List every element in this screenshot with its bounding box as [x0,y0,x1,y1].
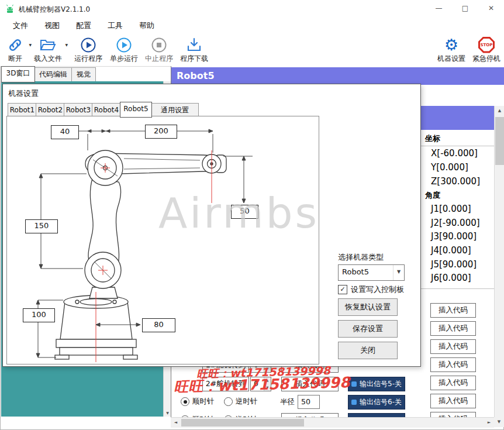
step-run-label: 单步运行 [107,54,141,64]
radius-value: 50 [301,397,310,406]
tab-code-edit[interactable]: 代码编辑 [34,67,73,82]
dim-base-offset: 80 [142,318,175,332]
angle-j2: J2[-90.000] [431,218,480,228]
run-program-button[interactable]: 运行程序 [71,36,105,65]
machine-settings-button[interactable]: ⚙ 机器设置 [435,36,468,65]
coord-x: X[-60.000] [431,148,478,159]
insert-code-button[interactable]: 插入代码 [430,339,476,354]
insert-code-button[interactable]: 插入代码 [430,321,476,336]
gear-icon: ⚙ [444,36,458,53]
hscrollbar-thumb[interactable] [181,419,304,426]
download-program-button[interactable]: 程序下载 [177,36,211,65]
abort-program-button[interactable]: 中止程序 [142,36,176,65]
output-signal5-label: 输出信号5-关 [360,379,402,389]
stop-sign-text: STOP [478,37,495,53]
maximize-button[interactable]: □ [452,0,478,18]
separator [420,288,495,289]
disconnect-button[interactable]: ▼ 断开 [1,36,29,65]
dim-arm-length: 200 [145,125,177,139]
output-signal-partial-button[interactable] [348,413,405,417]
signal-led-icon [351,381,357,387]
output-signal6-label: 输出信号6-关 [360,397,402,407]
folder-open-icon: ▼ [30,36,65,54]
dialog-title: 机器设置 [8,88,39,99]
menu-item-tools[interactable]: 工具 [99,18,131,33]
menu-item-view[interactable]: 视图 [36,18,68,33]
machine-type-value: Robot5 [342,267,369,276]
tab-3d-window[interactable]: 3D窗口 [1,66,35,82]
insert-code-button[interactable]: 插入代码 [430,376,476,390]
signal-led-icon [351,400,357,405]
machine-settings-label: 机器设置 [435,54,468,64]
scroll-left-icon[interactable]: ◄ [171,418,181,428]
write-to-board-checkbox[interactable]: ✓ 设置写入控制板 [338,284,404,295]
minimize-button[interactable]: — [426,0,452,18]
clockwise-label: 顺时针 [192,397,215,407]
robot-dimension-drawing: 40 200 150 50 100 80 [6,116,319,364]
menubar: 文件 视图 配置 工具 帮助 [0,18,504,33]
restore-defaults-button[interactable]: 恢复默认设置 [338,298,398,316]
bottom-hscrollbar[interactable]: ◄ ► [171,417,494,428]
download-program-label: 程序下载 [177,54,211,64]
output-signal5-button[interactable]: 输出信号5-关 [348,377,405,391]
vscrollbar-thumb[interactable] [495,117,504,165]
abort-icon [142,36,176,54]
scroll-right-icon[interactable]: ► [484,418,494,428]
save-settings-button[interactable]: 保存设置 [338,320,398,338]
disconnect-label: 断开 [1,54,29,64]
insert-code-button[interactable]: 插入代码 [430,357,476,372]
app-logo-icon [5,4,15,14]
radius-label: 半径 [280,397,295,407]
scroll-down-icon[interactable]: ▼ [494,417,504,427]
angle-j3: J3[90.000] [431,231,477,242]
emergency-stop-button[interactable]: STOP 紧急停机 [470,36,503,65]
output-signal6-button[interactable]: 输出信号6-关 [348,395,405,410]
load-file-label: 载入文件 [30,54,65,64]
angle-j1: J1[0.000] [431,204,471,214]
coord-y: Y[0.000] [431,162,468,173]
step-run-icon [107,36,141,54]
run-icon [71,36,105,54]
tab-vision[interactable]: 视觉 [71,67,96,82]
menu-item-file[interactable]: 文件 [5,18,36,33]
right-panel-vscrollbar[interactable]: ▲ [494,106,504,417]
chevron-down-icon: ▼ [393,265,404,280]
close-button[interactable]: ✕ [478,0,504,18]
window-title: 机械臂控制器V2.1.1.0 [19,5,90,15]
dim-wrist-drop: 50 [231,205,258,219]
app-window: { "window": { "title": "机械臂控制器V2.1.1.0" … [0,0,504,430]
load-file-button[interactable]: ▼ 载入文件 [30,36,65,65]
coord-z: Z[300.000] [431,176,480,187]
clockwise-radio[interactable]: 顺时针 [181,397,215,407]
dim-base-height: 100 [23,308,55,322]
toolbar: ▼ 断开 ▼ 载入文件 运行程序 [0,33,504,67]
tab-robot5[interactable]: Robot5 [120,102,152,118]
radius-input[interactable]: 50 [298,395,320,409]
close-dialog-button[interactable]: 关闭 [338,342,398,359]
menu-item-help[interactable]: 帮助 [131,18,163,33]
insert-code-button[interactable]: 插入代码 [430,412,476,417]
dropdown-caret-icon[interactable]: ▼ [65,43,68,47]
counterclockwise-label: 逆时针 [236,397,258,407]
download-icon [177,36,211,54]
radio-icon [181,397,189,406]
insert-code-button[interactable]: 插入代码 [281,413,339,417]
stop-sign-icon: STOP [478,37,495,53]
step-run-button[interactable]: 单步运行 [107,36,141,65]
checkbox-check-icon: ✓ [338,285,347,294]
titlebar: 机械臂控制器V2.1.1.0 — □ ✕ [0,0,504,19]
menu-item-config[interactable]: 配置 [68,18,99,33]
insert-code-button[interactable]: 插入代码 [430,394,476,408]
radio-icon [224,397,233,406]
link-icon: ▼ [1,36,29,54]
insert-code-button[interactable]: 插入代码 [430,303,476,318]
robot-header: Robot5 [171,67,504,85]
angles-title: 角度 [425,190,440,201]
machine-type-select[interactable]: Robot5 ▼ [338,264,405,281]
scroll-up-icon[interactable]: ▲ [495,106,504,116]
abort-program-label: 中止程序 [142,54,176,64]
emergency-stop-label: 紧急停机 [470,54,503,64]
angle-j5: J5[90.000] [431,259,477,270]
counterclockwise-radio[interactable]: 逆时针 [224,397,258,407]
separator [420,146,495,146]
